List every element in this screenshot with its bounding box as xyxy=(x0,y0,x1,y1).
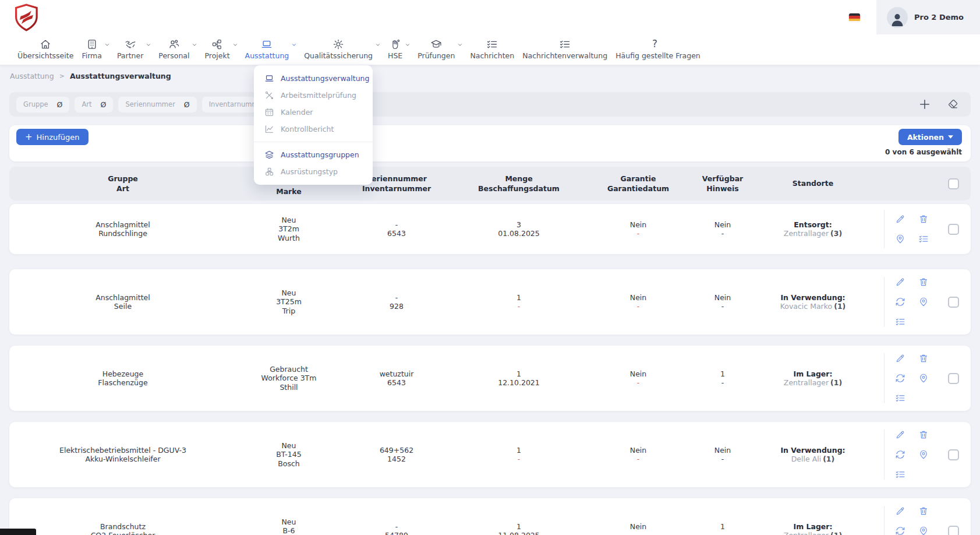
standort-count: (1) xyxy=(823,455,834,463)
select-all-checkbox[interactable] xyxy=(948,178,959,189)
dropdown-item-label: Ausrüstungstyp xyxy=(281,167,338,177)
clear-filters-button[interactable] xyxy=(947,98,959,110)
cell-standorte: Im Lager:Zentrallager(1) xyxy=(755,369,871,388)
cell-standorte: In Verwendung:Delle Ali(1) xyxy=(755,446,871,464)
add-filter-button[interactable] xyxy=(918,98,931,111)
cell-gruppe: Elektrischebetriebsmittel - DGUV-3Akku-W… xyxy=(9,446,236,464)
row-checkbox[interactable] xyxy=(948,526,959,535)
row-checkbox[interactable] xyxy=(948,449,959,460)
value-hinweis: - xyxy=(721,302,724,311)
plus-icon xyxy=(918,98,931,111)
value-gruppe: Elektrischebetriebsmittel - DGUV-3 xyxy=(59,446,186,455)
location-button[interactable] xyxy=(918,373,929,383)
cell-seriennummer: 649+5621452 xyxy=(341,446,452,464)
standort-detail[interactable]: Zentrallager(1) xyxy=(784,378,842,388)
nav-item-nachrichtenverwaltung[interactable]: Nachrichtenverwaltung xyxy=(522,38,607,60)
nav-item-hse[interactable]: HSE xyxy=(388,38,409,60)
dropdown-item-kalender[interactable]: Kalender xyxy=(254,104,373,121)
breadcrumb-parent[interactable]: Ausstattung xyxy=(10,72,54,80)
value-marke: Trip xyxy=(282,307,295,316)
value-zustand: Neu xyxy=(282,441,296,450)
building-icon xyxy=(86,38,98,50)
checklist-button[interactable] xyxy=(895,316,905,327)
row-checkbox[interactable] xyxy=(948,224,959,235)
standort-detail[interactable]: Delle Ali(1) xyxy=(791,455,835,464)
value-gruppe: Hebezeuge xyxy=(102,369,144,379)
value-hinweis: - xyxy=(721,531,724,535)
add-button[interactable]: + Hinzufügen xyxy=(16,129,89,145)
edit-button[interactable] xyxy=(895,506,905,516)
edit-button[interactable] xyxy=(895,353,905,364)
nav-item-partner[interactable]: Partner xyxy=(117,38,150,60)
value-menge: 1 xyxy=(516,293,521,302)
location-button[interactable] xyxy=(918,297,929,307)
value-gruppe: Brandschutz xyxy=(100,522,146,532)
caret-down-icon xyxy=(948,135,953,139)
value-garantie: Nein xyxy=(630,446,646,455)
filter-chip-label: Art xyxy=(82,100,91,108)
replace-button[interactable] xyxy=(895,297,905,307)
nav-item-label: Nachrichtenverwaltung xyxy=(522,52,607,60)
delete-button[interactable] xyxy=(918,506,929,516)
edit-button[interactable] xyxy=(895,277,905,287)
filter-chip-art[interactable]: ArtØ xyxy=(75,97,113,112)
standort-detail[interactable]: Kovacic Marko(1) xyxy=(780,302,846,311)
tools-icon xyxy=(264,90,274,100)
value-beschaffungsdatum: - xyxy=(518,302,521,311)
row-checkbox[interactable] xyxy=(948,373,959,384)
edit-button[interactable] xyxy=(895,214,905,224)
nav-item-projekt[interactable]: Projekt xyxy=(204,38,236,60)
dropdown-item-arbeitsmittelpruefung[interactable]: Arbeitsmittelprüfung xyxy=(254,87,373,104)
value-verfuegbar: Nein xyxy=(714,293,731,302)
location-button[interactable] xyxy=(918,449,929,460)
delete-button[interactable] xyxy=(918,277,929,287)
replace-button[interactable] xyxy=(895,449,905,460)
delete-button[interactable] xyxy=(918,214,929,224)
nav-item-personal[interactable]: Personal xyxy=(158,38,196,60)
actions-button[interactable]: Aktionen xyxy=(898,129,962,145)
checklist-button[interactable] xyxy=(918,234,929,244)
value-verfuegbar: 1 xyxy=(720,522,725,532)
nav-item-ausstattung[interactable]: Ausstattung xyxy=(245,38,296,60)
nav-item-firma[interactable]: Firma xyxy=(82,38,109,60)
user-menu[interactable]: Pro 2 Demo xyxy=(876,0,980,34)
replace-button[interactable] xyxy=(895,526,905,535)
dropdown-item-gruppen[interactable]: Ausstattungsgruppen xyxy=(254,146,373,163)
row-checkbox[interactable] xyxy=(948,297,959,308)
dropdown-item-verwaltung[interactable]: Ausstattungsverwaltung xyxy=(254,70,373,87)
home-icon xyxy=(40,38,51,50)
cell-seriennummer: -928 xyxy=(341,293,452,311)
checklist-button[interactable] xyxy=(895,469,905,480)
cell-zustand: NeuBT-145Bosch xyxy=(236,441,341,469)
nav-item-pruefungen[interactable]: Prüfungen xyxy=(418,38,462,60)
standort-status: In Verwendung: xyxy=(780,293,845,302)
chevron-down-icon xyxy=(375,42,381,48)
delete-button[interactable] xyxy=(918,430,929,440)
edit-button[interactable] xyxy=(895,430,905,440)
nav-item-qualitaetssicherung[interactable]: Qualitätssicherung xyxy=(304,38,380,60)
calendar-icon xyxy=(264,107,274,117)
dropdown-item-typ[interactable]: Ausrüstungstyp xyxy=(254,163,373,180)
standort-detail[interactable]: Zentrallager(1) xyxy=(784,531,842,535)
shield-s-icon xyxy=(14,3,39,31)
language-flag-german-icon[interactable] xyxy=(849,13,860,22)
breadcrumb: Ausstattung > Ausstattungsverwaltung xyxy=(0,65,980,87)
cell-zustand: NeuB-6Total xyxy=(236,518,341,535)
value-art: CO2 Feuerlöscher xyxy=(91,531,155,535)
standort-detail[interactable]: Zentrallager(3) xyxy=(784,229,842,238)
standort-status: Im Lager: xyxy=(793,522,832,532)
slash-circle-icon: Ø xyxy=(101,100,107,109)
replace-button[interactable] xyxy=(895,373,905,383)
filter-chip-gruppe[interactable]: GruppeØ xyxy=(16,97,69,112)
nav-item-uebersichtsseite[interactable]: Übersichtsseite xyxy=(17,38,73,60)
nav-item-faq[interactable]: ?Häufig gestellte Fragen xyxy=(615,38,700,60)
delete-button[interactable] xyxy=(918,353,929,364)
location-button[interactable] xyxy=(918,526,929,535)
filter-chip-seriennummer[interactable]: SeriennummerØ xyxy=(118,97,196,112)
nav-item-nachrichten[interactable]: Nachrichten xyxy=(470,38,514,60)
brand-logo[interactable] xyxy=(14,3,40,31)
location-button[interactable] xyxy=(895,234,905,244)
checklist-button[interactable] xyxy=(895,393,905,403)
chevron-down-icon xyxy=(232,42,238,48)
dropdown-item-kontrollbericht[interactable]: Kontrollbericht xyxy=(254,121,373,138)
